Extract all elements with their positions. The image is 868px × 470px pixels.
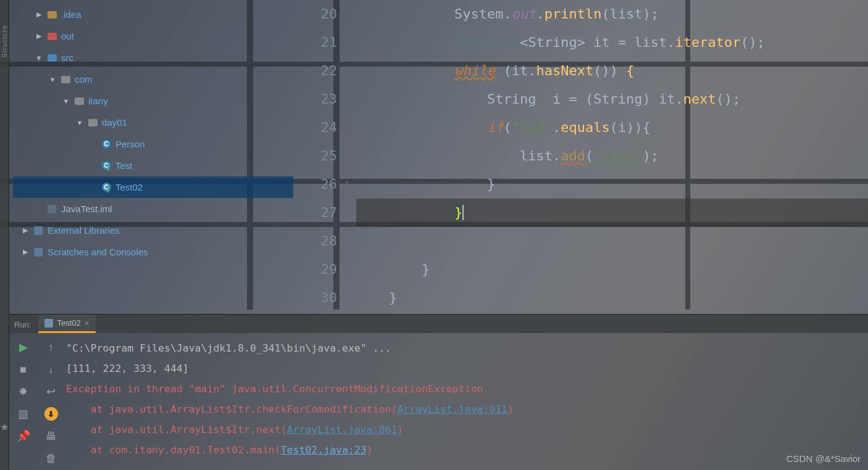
up-icon[interactable]: ↑ — [44, 340, 58, 354]
console-line: at java.util.ArrayList$Itr.checkForComod… — [66, 399, 868, 419]
lib-icon — [33, 247, 43, 257]
trash-icon[interactable]: 🗑 — [44, 451, 58, 465]
expand-arrow-icon[interactable]: ▼ — [76, 119, 83, 126]
expand-arrow-icon[interactable]: ▼ — [49, 76, 56, 83]
tree-item-javatest-iml[interactable]: JavaTest.iml — [13, 198, 293, 220]
code-line[interactable]: list.add("zzzz"); — [356, 142, 868, 170]
run-toolbar-right[interactable]: ↑ ↓ ↩ ⬇ 🖶 🗑 — [37, 333, 65, 470]
line-number: 30 — [293, 284, 337, 312]
tree-item-itany[interactable]: ▼itany — [13, 90, 293, 112]
project-tree[interactable]: ▶.idea▶out▼src▼com▼itany▼day01CPersonCTe… — [9, 0, 293, 314]
print-icon[interactable]: 🖶 — [44, 429, 58, 443]
console-line: at java.util.ArrayList$Itr.next(ArrayLis… — [66, 419, 868, 440]
code-line[interactable] — [356, 227, 868, 255]
tree-item-src[interactable]: ▼src — [13, 47, 293, 68]
stacktrace-link[interactable]: ArrayList.java:861 — [287, 424, 398, 435]
tree-item-label: day01 — [102, 117, 127, 128]
tree-item-external-libraries[interactable]: ▶External Libraries — [13, 220, 293, 241]
line-number: 25 — [293, 142, 337, 170]
soft-wrap-icon[interactable]: ↩ — [44, 385, 58, 398]
tree-item-label: out — [61, 31, 74, 41]
code-line[interactable]: String i = (String) it.next(); — [356, 85, 868, 113]
folder-icon — [47, 31, 57, 41]
code-line[interactable]: } — [356, 255, 868, 284]
console-line: [111, 222, 333, 444] — [66, 358, 868, 379]
close-icon[interactable]: × — [85, 318, 90, 328]
expand-arrow-icon[interactable]: ▼ — [62, 97, 70, 105]
folder-icon — [47, 10, 57, 20]
lib-icon — [33, 226, 43, 236]
tree-item-label: src — [61, 52, 73, 63]
code-line[interactable]: } — [356, 170, 868, 199]
code-line[interactable]: Iterator<String> it = list.iterator(); — [356, 28, 868, 57]
line-number: 22 — [293, 57, 337, 85]
rerun-icon[interactable]: ▶ — [17, 340, 30, 354]
expand-arrow-icon[interactable]: ▶ — [22, 248, 29, 256]
run-tab-label: Test02 — [57, 318, 80, 328]
line-number: 27 — [293, 199, 337, 227]
tree-item-day01[interactable]: ▼day01 — [13, 112, 293, 133]
structure-tool-label[interactable]: Structure — [1, 25, 8, 58]
console-line: at com.itany.day01.Test02.main(Test02.ja… — [66, 440, 868, 460]
run-tool-window[interactable]: Run: Test02 × ▶ ■ ✸ ▥ 📌 ↑ ↓ ↩ — [9, 314, 868, 470]
folder-icon — [88, 118, 98, 128]
tree-item-scratches-and-consoles[interactable]: ▶Scratches and Consoles — [13, 241, 293, 263]
expand-arrow-icon[interactable]: ▼ — [35, 54, 43, 62]
expand-arrow-icon[interactable]: ▶ — [35, 32, 43, 40]
editor-code-area[interactable]: System.out.println(list); Iterator<Strin… — [355, 0, 868, 314]
line-number: 29 — [293, 255, 337, 284]
left-tool-strip[interactable]: Structure ★ — [0, 0, 9, 470]
tree-item-label: .idea — [61, 9, 81, 20]
expand-arrow-icon[interactable]: ▶ — [22, 226, 29, 234]
expand-arrow-icon[interactable]: ▶ — [35, 10, 43, 19]
run-label: Run: — [9, 320, 38, 333]
tree-item-label: Test — [115, 160, 133, 171]
code-line[interactable]: if("222".equals(i)){ — [356, 113, 868, 142]
tree-item-test02[interactable]: CTest02 — [13, 176, 293, 198]
stacktrace-link[interactable]: ArrayList.java:911 — [397, 403, 507, 415]
console-line: Exception in thread "main" java.util.Con… — [66, 379, 868, 399]
scroll-to-end-icon[interactable]: ⬇ — [44, 407, 58, 421]
tree-item-com[interactable]: ▼com — [13, 68, 293, 90]
stop-icon[interactable]: ■ — [17, 363, 30, 376]
tree-item--idea[interactable]: ▶.idea — [13, 4, 293, 25]
favorites-icon[interactable]: ★ — [0, 421, 9, 433]
run-tabs[interactable]: Run: Test02 × — [9, 315, 868, 333]
tree-item-label: JavaTest.iml — [61, 204, 112, 214]
tree-item-label: itany — [88, 96, 108, 106]
tree-item-test[interactable]: CTest — [13, 155, 293, 176]
layout-icon[interactable]: ▥ — [17, 407, 30, 421]
pin-icon[interactable]: 📌 — [17, 429, 30, 443]
stacktrace-link[interactable]: Test02.java:23 — [281, 444, 367, 456]
code-line[interactable]: System.out.println(list); — [356, 0, 868, 28]
line-number: 26 — [293, 170, 337, 199]
fold-icon[interactable]: ⌃ — [342, 179, 352, 189]
console-output[interactable]: "C:\Program Files\Java\jdk1.8.0_341\bin\… — [65, 333, 868, 470]
fold-icon[interactable]: ⌃ — [342, 66, 352, 76]
iml-icon — [47, 204, 57, 214]
run-toolbar-left[interactable]: ▶ ■ ✸ ▥ 📌 — [9, 333, 37, 470]
tree-item-label: Person — [115, 139, 145, 149]
code-line[interactable]: while (it.hasNext()) { — [356, 57, 868, 85]
code-line[interactable]: } — [356, 199, 868, 227]
debug-icon[interactable]: ✸ — [17, 385, 30, 398]
tree-item-label: Scratches and Consoles — [48, 247, 148, 257]
folder-icon — [61, 75, 70, 85]
tree-item-person[interactable]: CPerson — [13, 133, 293, 155]
tree-item-out[interactable]: ▶out — [13, 25, 293, 47]
class-icon: C — [101, 183, 111, 192]
class-icon: C — [101, 161, 111, 171]
tree-item-label: External Libraries — [48, 225, 120, 236]
console-line: "C:\Program Files\Java\jdk1.8.0_341\bin\… — [66, 338, 868, 358]
run-tab-test02[interactable]: Test02 × — [38, 315, 96, 333]
down-icon[interactable]: ↓ — [44, 363, 58, 376]
editor-gutter: 2021222324252627282930⌃⌃⌃ — [293, 0, 355, 314]
tree-item-label: com — [75, 74, 92, 85]
fold-icon[interactable]: ⌃ — [342, 265, 352, 274]
tree-item-label: Test02 — [115, 182, 143, 192]
folder-icon — [74, 96, 84, 106]
line-number: 21 — [293, 28, 337, 57]
code-line[interactable]: } — [356, 284, 868, 312]
code-editor[interactable]: 2021222324252627282930⌃⌃⌃ System.out.pri… — [293, 0, 868, 314]
line-number: 20 — [293, 0, 337, 28]
